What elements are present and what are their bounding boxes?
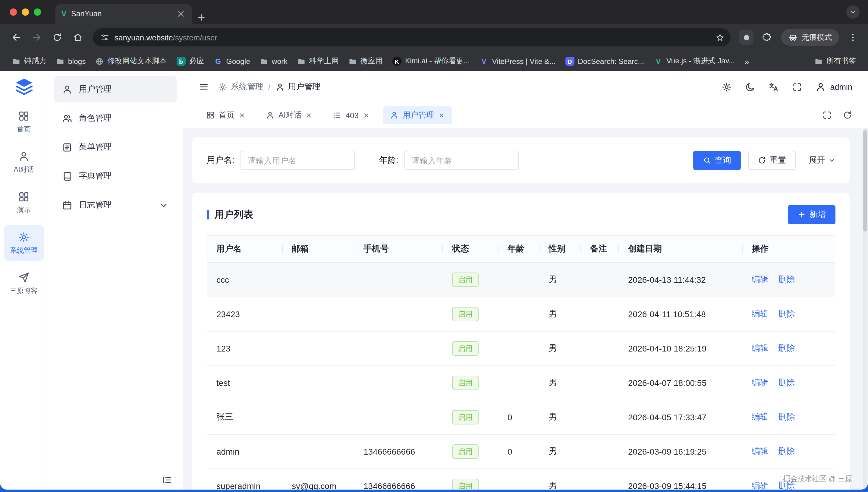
extensions-puzzle-icon[interactable] bbox=[758, 29, 775, 46]
sidebar-toggle-icon[interactable] bbox=[199, 82, 209, 92]
search-buttons: 查询 重置 展开 bbox=[693, 151, 836, 170]
edit-link[interactable]: 编辑 bbox=[752, 377, 769, 388]
fullscreen-icon[interactable] bbox=[792, 82, 802, 92]
user-menu[interactable]: admin bbox=[816, 82, 852, 92]
breadcrumb-item-system[interactable]: 系统管理 bbox=[218, 81, 263, 92]
tab-ai-chat[interactable]: AI对话 bbox=[259, 106, 320, 124]
edit-link[interactable]: 编辑 bbox=[752, 481, 769, 490]
bookmark-item[interactable]: work bbox=[255, 55, 292, 67]
bookmark-item[interactable]: VVue.js - 渐进式 Jav... bbox=[649, 54, 740, 68]
settings-icon[interactable] bbox=[721, 82, 732, 92]
sidebar-items: 用户管理角色管理菜单管理字典管理日志管理 bbox=[54, 76, 177, 218]
rail-item-demo[interactable]: 演示 bbox=[4, 184, 44, 221]
close-window-button[interactable] bbox=[10, 8, 17, 16]
close-tab-icon[interactable] bbox=[438, 112, 445, 119]
rail-item-ai-chat[interactable]: AI对话 bbox=[4, 144, 44, 180]
cell-created: 2026-04-11 10:51:48 bbox=[618, 309, 742, 319]
column-header: 性别 bbox=[539, 244, 581, 254]
rail-item-label: 系统管理 bbox=[10, 246, 38, 255]
minimize-window-button[interactable] bbox=[22, 8, 29, 16]
new-tab-button[interactable] bbox=[197, 13, 206, 22]
add-button-label: 新增 bbox=[810, 209, 826, 220]
table-row: 123启用男2026-04-10 18:25:19编辑删除 bbox=[207, 331, 836, 366]
tab-strip-chevron[interactable] bbox=[846, 5, 860, 19]
user-table: 用户名邮箱手机号状态年龄性别备注创建日期操作 ccc启用男2026-04-13 … bbox=[207, 235, 836, 490]
breadcrumb-label: 用户管理 bbox=[288, 81, 321, 92]
delete-link[interactable]: 删除 bbox=[778, 343, 795, 354]
breadcrumb-item-users[interactable]: 用户管理 bbox=[276, 81, 321, 92]
rail-item-system[interactable]: 系统管理 bbox=[4, 225, 44, 261]
watermark: 掘金技术社区 @ 三原 bbox=[783, 474, 852, 484]
extension-button[interactable] bbox=[739, 30, 754, 45]
bookmark-item[interactable]: b必应 bbox=[172, 54, 209, 68]
all-bookmarks-button[interactable]: 所有书签 bbox=[810, 54, 861, 68]
bookmark-item[interactable]: 钝感力 bbox=[7, 54, 51, 68]
reset-button[interactable]: 重置 bbox=[748, 151, 796, 170]
refresh-page-icon[interactable] bbox=[843, 110, 852, 120]
delete-link[interactable]: 删除 bbox=[778, 446, 795, 457]
language-icon[interactable] bbox=[769, 82, 779, 92]
username-input[interactable] bbox=[240, 151, 355, 170]
bookmark-item[interactable]: KKimi.ai - 帮你看更... bbox=[388, 54, 475, 68]
delete-link[interactable]: 删除 bbox=[778, 309, 795, 320]
edit-link[interactable]: 编辑 bbox=[752, 274, 769, 285]
edit-link[interactable]: 编辑 bbox=[752, 309, 769, 320]
edit-link[interactable]: 编辑 bbox=[752, 412, 769, 423]
bookmark-item[interactable]: blogs bbox=[51, 55, 91, 67]
edit-link[interactable]: 编辑 bbox=[752, 343, 769, 354]
query-button[interactable]: 查询 bbox=[693, 151, 741, 170]
close-tab-icon[interactable] bbox=[239, 112, 245, 119]
bookmark-item[interactable]: 科学上网 bbox=[292, 54, 343, 68]
address-bar[interactable]: sanyuan.website/system/user bbox=[93, 28, 731, 46]
sidebar-item-dicts[interactable]: 字典管理 bbox=[54, 163, 177, 189]
cell-created: 2026-03-09 15:44:15 bbox=[618, 481, 742, 490]
tab-users[interactable]: 用户管理 bbox=[383, 106, 452, 124]
forward-button[interactable] bbox=[28, 28, 46, 46]
browser-menu-button[interactable] bbox=[845, 29, 861, 45]
delete-link[interactable]: 删除 bbox=[778, 377, 795, 388]
zoom-window-button[interactable] bbox=[34, 8, 41, 16]
cell-email: sy@qq.com bbox=[282, 481, 354, 490]
sidebar-item-label: 日志管理 bbox=[79, 200, 111, 211]
dark-mode-icon[interactable] bbox=[745, 82, 755, 92]
bookmark-item[interactable]: DDocSearch: Searc... bbox=[560, 55, 649, 68]
bookmarks-bar: 钝感力blogs修改网站文本脚本b必应GGooglework科学上网微应用KKi… bbox=[0, 51, 868, 71]
bookmark-star-icon[interactable] bbox=[715, 33, 724, 42]
delete-link[interactable]: 删除 bbox=[778, 412, 795, 423]
back-button[interactable] bbox=[7, 28, 25, 46]
home-button[interactable] bbox=[69, 28, 87, 46]
browser-tab[interactable]: V SanYuan bbox=[55, 4, 192, 24]
expand-toggle[interactable]: 展开 bbox=[809, 155, 836, 166]
bookmarks-overflow-button[interactable]: » bbox=[740, 56, 754, 66]
sidebar-item-logs[interactable]: 日志管理 bbox=[54, 192, 177, 218]
sidebar-item-roles[interactable]: 角色管理 bbox=[54, 105, 177, 131]
edit-link[interactable]: 编辑 bbox=[752, 446, 769, 457]
bookmark-item[interactable]: GGoogle bbox=[209, 55, 255, 68]
cell-gender: 男 bbox=[539, 446, 581, 457]
add-user-button[interactable]: 新增 bbox=[788, 205, 836, 224]
sidebar-item-users[interactable]: 用户管理 bbox=[54, 76, 177, 102]
sidebar-item-menus[interactable]: 菜单管理 bbox=[54, 134, 177, 161]
rail-item-blog[interactable]: 三原博客 bbox=[4, 265, 44, 301]
close-tab-icon[interactable] bbox=[306, 112, 312, 119]
rail-item-home[interactable]: 首页 bbox=[4, 104, 44, 140]
age-input[interactable] bbox=[405, 151, 519, 170]
cell-age: 0 bbox=[498, 412, 539, 422]
sidebar-item-label: 字典管理 bbox=[79, 171, 111, 181]
main-area: 系统管理 / 用户管理 bbox=[183, 71, 868, 490]
bookmark-item[interactable]: VVitePress | Vite &... bbox=[475, 55, 560, 68]
tab-403[interactable]: 403 bbox=[326, 106, 377, 124]
delete-link[interactable]: 删除 bbox=[778, 274, 795, 285]
reset-button-label: 重置 bbox=[770, 155, 786, 166]
close-tab-icon[interactable] bbox=[176, 9, 186, 19]
content-fullscreen-icon[interactable] bbox=[822, 110, 832, 120]
cell-username: 123 bbox=[207, 344, 282, 353]
bookmark-item[interactable]: 微应用 bbox=[343, 54, 388, 68]
reload-button[interactable] bbox=[48, 28, 66, 46]
scrollbar-thumb[interactable] bbox=[863, 130, 867, 231]
calendar-icon bbox=[62, 200, 72, 210]
close-tab-icon[interactable] bbox=[363, 112, 369, 119]
bookmark-item[interactable]: 修改网站文本脚本 bbox=[91, 54, 172, 68]
sidebar-collapse-button[interactable] bbox=[162, 475, 172, 485]
tab-home[interactable]: 首页 bbox=[199, 106, 253, 124]
